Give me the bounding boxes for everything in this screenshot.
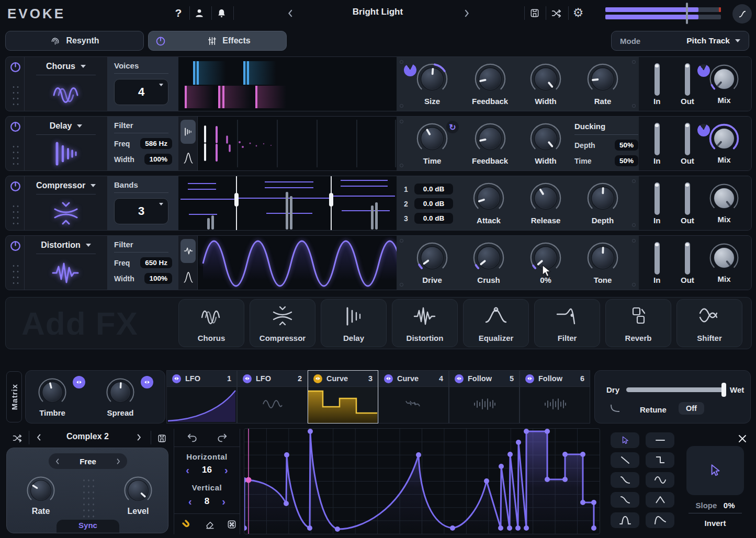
in-slider[interactable] (655, 123, 660, 155)
in-slider[interactable] (655, 182, 660, 215)
envelope-node[interactable] (591, 500, 596, 505)
envelope-node[interactable] (515, 525, 521, 531)
add-fx-tile-filter[interactable]: Filter (534, 299, 600, 347)
tool-s-curve[interactable] (611, 492, 639, 508)
mod-slot-curve-3[interactable]: Curve3 (308, 370, 378, 423)
vertical-value[interactable]: 8 (205, 496, 209, 507)
band-3-gain[interactable]: 0.0 dB (414, 213, 453, 224)
band-2-gain[interactable]: 0.0 dB (414, 198, 453, 209)
increase-vertical[interactable]: › (222, 496, 225, 507)
tool-bell[interactable] (611, 512, 639, 528)
horizontal-value[interactable]: 16 (202, 465, 212, 475)
dry-wet-slider[interactable] (626, 387, 725, 392)
envelope-node[interactable] (591, 525, 596, 531)
add-fx-tile-compressor[interactable]: Compressor (250, 299, 315, 347)
curve-save-icon[interactable] (153, 429, 171, 447)
out-slider[interactable] (685, 63, 690, 96)
add-fx-tile-delay[interactable]: Delay (321, 299, 387, 347)
time-value[interactable]: 50% (615, 155, 638, 166)
curve-editor-canvas[interactable] (244, 428, 600, 534)
envelope-node[interactable] (545, 429, 550, 434)
feedback-knob[interactable] (473, 122, 507, 155)
tool-sine[interactable] (646, 472, 674, 488)
curve-preset-name[interactable]: Complex 2 (50, 432, 126, 441)
crush-knob[interactable] (472, 241, 505, 274)
add-fx-tile-reverb[interactable]: Reverb (605, 299, 671, 347)
mod-assign-icon[interactable] (73, 376, 85, 388)
attack-knob[interactable] (472, 181, 505, 215)
mod-slot-follow-6[interactable]: Follow6 (520, 370, 590, 423)
width-value[interactable]: 100% (144, 273, 172, 284)
redo-icon[interactable] (213, 429, 231, 447)
power-icon[interactable] (9, 239, 22, 252)
envelope-node[interactable] (450, 525, 455, 531)
randomize-dice-icon[interactable] (223, 516, 241, 533)
band-1-gain[interactable]: 0.0 dB (414, 184, 453, 194)
preset-name[interactable]: Bright Light (314, 7, 442, 17)
freq-value[interactable]: 586 Hz (140, 138, 172, 149)
width-knob[interactable] (529, 62, 562, 96)
tool-pointer[interactable] (611, 432, 639, 448)
envelope-node[interactable] (484, 478, 489, 484)
snap-magnet-icon[interactable] (178, 516, 196, 533)
mod-badge-icon[interactable] (404, 64, 416, 76)
add-fx-tile-chorus[interactable]: Chorus (178, 299, 244, 347)
time-knob[interactable] (415, 122, 449, 155)
sync-tab[interactable]: Sync (57, 520, 119, 533)
drag-handle[interactable] (12, 203, 19, 226)
mix-knob[interactable] (708, 123, 740, 154)
mix-knob[interactable] (708, 182, 740, 214)
preset-next-button[interactable] (459, 6, 474, 20)
freq-value[interactable]: 650 Hz (140, 257, 172, 268)
size-knob[interactable] (415, 62, 449, 96)
fx-type-dropdown[interactable]: Distortion (25, 241, 107, 250)
width-knob[interactable] (529, 122, 562, 155)
envelope-node[interactable] (307, 525, 312, 531)
feedback-knob[interactable] (473, 62, 507, 96)
envelope-node[interactable] (524, 525, 529, 531)
filter-curve-button[interactable] (180, 146, 196, 170)
volume-handle[interactable] (686, 3, 688, 24)
envelope-node[interactable] (284, 452, 289, 457)
fx-type-dropdown[interactable]: Chorus (25, 62, 107, 71)
preset-prev-button[interactable] (283, 6, 297, 20)
out-slider[interactable] (685, 123, 690, 155)
mod-slot-lfo-1[interactable]: LFO1 (166, 370, 237, 423)
settings-gear-icon[interactable]: ⚙ (569, 4, 587, 21)
rate-knob[interactable] (586, 62, 619, 96)
tool-attack-decay[interactable] (646, 512, 674, 528)
taps-view-button[interactable] (180, 120, 196, 144)
slope-readout[interactable]: Slope 0% (686, 501, 744, 510)
envelope-node[interactable] (545, 477, 550, 482)
envelope-node[interactable] (507, 452, 513, 457)
depth-value[interactable]: 50% (615, 140, 638, 151)
fx-type-dropdown[interactable]: Delay (25, 121, 107, 131)
tool-step-down[interactable] (646, 452, 674, 468)
waveshape-view-button[interactable] (180, 239, 196, 263)
envelope-node[interactable] (516, 440, 521, 445)
mod-slot-curve-4[interactable]: Curve4 (378, 370, 449, 423)
mod-slot-lfo-2[interactable]: LFO2 (237, 370, 308, 423)
bands-dropdown[interactable]: 3 (114, 198, 168, 224)
mix-knob[interactable] (708, 242, 740, 273)
curve-preset-next[interactable] (132, 430, 146, 444)
eraser-icon[interactable] (201, 516, 219, 533)
tab-effects[interactable]: Effects (148, 31, 287, 51)
add-fx-tile-distortion[interactable]: Distortion (392, 299, 458, 347)
voices-dropdown[interactable]: 4 (114, 79, 168, 105)
envelope-node[interactable] (335, 526, 340, 532)
envelope-node[interactable] (499, 464, 504, 469)
power-icon[interactable] (9, 120, 22, 133)
mod-slot-follow-5[interactable]: Follow5 (449, 370, 520, 423)
tool-flat-line[interactable] (646, 432, 674, 448)
drag-handle[interactable] (12, 263, 19, 286)
power-icon[interactable] (9, 179, 22, 192)
undo-icon[interactable] (183, 429, 201, 447)
tool-triangle[interactable] (646, 492, 674, 508)
increase-horizontal[interactable]: › (224, 465, 228, 475)
filter-curve-button[interactable] (180, 265, 196, 289)
envelope-node[interactable] (308, 429, 313, 434)
envelope-node[interactable] (507, 525, 512, 531)
chevron-left-icon[interactable] (55, 458, 60, 465)
timbre-knob[interactable] (37, 377, 67, 407)
